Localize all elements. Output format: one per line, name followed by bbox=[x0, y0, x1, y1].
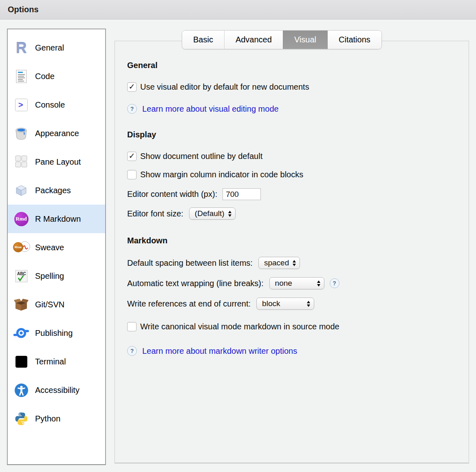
stepper-arrows-icon bbox=[317, 280, 320, 287]
text-wrapping-select[interactable]: none bbox=[269, 277, 324, 289]
spellcheck-abc-icon: ABC bbox=[13, 269, 30, 283]
learn-visual-editing-link[interactable]: Learn more about visual editing mode bbox=[142, 104, 279, 114]
show-margin-checkbox[interactable]: ✓ bbox=[127, 170, 137, 179]
font-size-select[interactable]: (Default) bbox=[189, 207, 236, 220]
references-row: Write references at end of current: bloc… bbox=[127, 298, 456, 310]
list-spacing-select[interactable]: spaced bbox=[258, 257, 300, 269]
markdown-writer-help-row: ? Learn more about markdown writer optio… bbox=[127, 346, 456, 356]
show-margin-row: ✓ Show margin column indicator in code b… bbox=[127, 170, 456, 179]
help-icon[interactable]: ? bbox=[127, 104, 137, 114]
git-svn-box-icon bbox=[13, 298, 30, 311]
window-titlebar: Options bbox=[0, 0, 476, 20]
sidebar-item-pane-layout[interactable]: Pane Layout bbox=[8, 148, 105, 176]
sidebar-item-spelling[interactable]: ABC Spelling bbox=[8, 262, 105, 290]
r-logo-icon: R bbox=[13, 40, 30, 55]
display-section-heading: Display bbox=[127, 130, 456, 139]
sidebar-item-r-markdown[interactable]: Rmd R Markdown bbox=[8, 205, 105, 233]
sidebar-item-label: Spelling bbox=[35, 271, 64, 281]
sidebar-item-sweave[interactable]: Rnw Sweave bbox=[8, 233, 105, 262]
sidebar-item-label: Appearance bbox=[35, 129, 79, 138]
text-wrapping-row: Automatic text wrapping (line breaks): n… bbox=[127, 277, 456, 289]
sidebar-item-label: Console bbox=[35, 100, 65, 110]
content-width-row: Editor content width (px): bbox=[127, 188, 456, 200]
python-icon bbox=[13, 412, 30, 426]
visual-editing-help-row: ? Learn more about visual editing mode bbox=[127, 104, 456, 114]
paint-bucket-icon bbox=[13, 126, 30, 141]
learn-markdown-writer-link[interactable]: Learn more about markdown writer options bbox=[142, 346, 297, 356]
sidebar-item-label: Python bbox=[35, 414, 60, 423]
sidebar-item-git-svn[interactable]: Git/SVN bbox=[8, 290, 105, 319]
sidebar-item-label: Code bbox=[35, 72, 55, 81]
stepper-arrows-icon bbox=[293, 260, 296, 266]
sidebar-item-publishing[interactable]: Publishing bbox=[8, 319, 105, 347]
checkmark-icon: ✓ bbox=[129, 83, 135, 90]
tab-basic[interactable]: Basic bbox=[182, 31, 224, 49]
sidebar-item-label: Packages bbox=[35, 186, 71, 195]
window-title: Options bbox=[8, 5, 39, 14]
sidebar-item-packages[interactable]: Packages bbox=[8, 176, 105, 205]
text-wrapping-label: Automatic text wrapping (line breaks): bbox=[127, 279, 264, 288]
use-visual-editor-row: ✓ Use visual editor by default for new d… bbox=[127, 82, 456, 92]
tab-citations[interactable]: Citations bbox=[327, 31, 381, 49]
sidebar-item-code[interactable]: Code bbox=[8, 62, 105, 90]
canonical-markdown-label[interactable]: Write canonical visual mode markdown in … bbox=[140, 322, 339, 331]
sidebar-item-label: Git/SVN bbox=[35, 300, 64, 309]
general-section-heading: General bbox=[127, 61, 456, 70]
show-margin-label[interactable]: Show margin column indicator in code blo… bbox=[140, 170, 303, 179]
sidebar-item-label: Publishing bbox=[35, 329, 73, 338]
list-spacing-row: Default spacing between list items: spac… bbox=[127, 257, 456, 269]
sidebar-item-accessibility[interactable]: Accessibility bbox=[8, 376, 105, 404]
content-width-label: Editor content width (px): bbox=[127, 190, 217, 199]
sidebar-item-console[interactable]: > Console bbox=[8, 90, 105, 119]
publishing-connect-icon bbox=[13, 326, 30, 340]
rmarkdown-badge-icon: Rmd bbox=[13, 212, 30, 226]
sidebar-item-label: Terminal bbox=[35, 357, 66, 366]
content-width-input[interactable] bbox=[223, 188, 261, 200]
options-category-sidebar: R General Code > Console Appearance Pane… bbox=[7, 29, 106, 465]
sidebar-item-label: Accessibility bbox=[35, 386, 79, 395]
sidebar-item-label: R Markdown bbox=[35, 214, 81, 224]
sidebar-item-label: Sweave bbox=[35, 243, 64, 252]
accessibility-icon bbox=[13, 383, 30, 397]
use-visual-editor-checkbox[interactable]: ✓ bbox=[127, 82, 137, 92]
sidebar-item-label: Pane Layout bbox=[35, 157, 81, 167]
font-size-selected-value: (Default) bbox=[195, 209, 225, 218]
show-outline-label[interactable]: Show document outline by default bbox=[140, 152, 262, 161]
help-icon[interactable]: ? bbox=[127, 346, 137, 356]
tab-advanced[interactable]: Advanced bbox=[224, 31, 283, 49]
pane-grid-icon bbox=[13, 154, 30, 169]
text-wrapping-selected-value: none bbox=[275, 279, 292, 288]
stepper-arrows-icon bbox=[307, 301, 310, 307]
help-icon[interactable]: ? bbox=[330, 278, 339, 288]
references-selected-value: block bbox=[262, 299, 280, 308]
checkmark-icon: ✓ bbox=[129, 152, 135, 160]
list-spacing-label: Default spacing between list items: bbox=[127, 258, 253, 268]
rmarkdown-tabbar: Basic Advanced Visual Citations bbox=[182, 30, 382, 49]
visual-tab-panel: General ✓ Use visual editor by default f… bbox=[115, 41, 469, 463]
sidebar-item-general[interactable]: R General bbox=[8, 33, 105, 62]
stepper-arrows-icon bbox=[228, 211, 231, 217]
references-select[interactable]: block bbox=[256, 298, 314, 310]
canonical-markdown-checkbox[interactable]: ✓ bbox=[127, 322, 137, 331]
terminal-icon bbox=[13, 356, 30, 368]
sidebar-item-label: General bbox=[35, 43, 64, 53]
package-cube-icon bbox=[13, 183, 30, 198]
svg-text:>: > bbox=[18, 100, 23, 109]
code-document-icon bbox=[13, 70, 30, 83]
tab-visual[interactable]: Visual bbox=[283, 31, 327, 49]
list-spacing-selected-value: spaced bbox=[264, 258, 289, 267]
console-prompt-icon: > bbox=[13, 99, 30, 111]
font-size-label: Editor font size: bbox=[127, 209, 183, 218]
show-outline-checkbox[interactable]: ✓ bbox=[127, 152, 137, 161]
markdown-section-heading: Markdown bbox=[127, 236, 456, 245]
sidebar-item-terminal[interactable]: Terminal bbox=[8, 347, 105, 376]
sidebar-item-appearance[interactable]: Appearance bbox=[8, 119, 105, 148]
use-visual-editor-label[interactable]: Use visual editor by default for new doc… bbox=[140, 82, 309, 92]
show-outline-row: ✓ Show document outline by default bbox=[127, 152, 456, 161]
canonical-markdown-row: ✓ Write canonical visual mode markdown i… bbox=[127, 322, 456, 331]
references-label: Write references at end of current: bbox=[127, 299, 251, 309]
sweave-rnw-pdf-icon: Rnw bbox=[13, 241, 30, 254]
svg-text:ABC: ABC bbox=[17, 271, 26, 276]
sidebar-item-python[interactable]: Python bbox=[8, 404, 105, 433]
font-size-row: Editor font size: (Default) bbox=[127, 207, 456, 220]
